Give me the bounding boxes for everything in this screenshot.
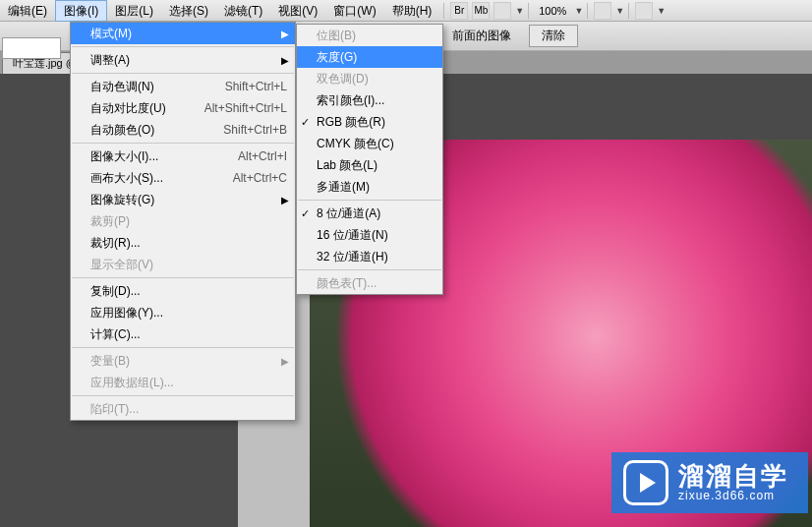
menu-item-label: 图像旋转(G) bbox=[90, 192, 287, 208]
menu-item[interactable]: 自动色调(N)Shift+Ctrl+L bbox=[71, 76, 295, 97]
menu-item[interactable]: Lab 颜色(L) bbox=[297, 154, 442, 176]
menu-item-label: 双色调(D) bbox=[317, 71, 435, 88]
bridge-icon[interactable]: Br bbox=[450, 2, 468, 20]
menu-item-label: Lab 颜色(L) bbox=[317, 157, 435, 174]
menu-item[interactable]: 调整(A)▶ bbox=[71, 49, 295, 71]
menu-shortcut: Alt+Ctrl+I bbox=[238, 149, 287, 163]
menu-item[interactable]: 多通道(M) bbox=[297, 176, 442, 198]
watermark-subtitle: zixue.3d66.com bbox=[678, 489, 788, 502]
menu-edit[interactable]: 编辑(E) bbox=[0, 0, 55, 22]
arrange-icon[interactable] bbox=[635, 2, 653, 20]
menu-item[interactable]: CMYK 颜色(C) bbox=[297, 133, 442, 154]
chevron-down-icon: ▼ bbox=[657, 6, 666, 16]
menu-item-label: 复制(D)... bbox=[90, 283, 287, 300]
menu-item[interactable]: 自动颜色(O)Shift+Ctrl+B bbox=[71, 119, 295, 141]
menu-item-label: 位图(B) bbox=[317, 28, 435, 44]
menu-item-label: 陷印(T)... bbox=[90, 401, 287, 418]
menu-item-label: 自动对比度(U) bbox=[90, 100, 181, 117]
menu-item-label: 图像大小(I)... bbox=[90, 148, 214, 165]
watermark-badge: 溜溜自学 zixue.3d66.com bbox=[611, 452, 808, 513]
source-image-label: 前面的图像 bbox=[452, 28, 511, 44]
submenu-arrow-icon: ▶ bbox=[281, 195, 289, 205]
main-menubar: 编辑(E) 图像(I) 图层(L) 选择(S) 滤镜(T) 视图(V) 窗口(W… bbox=[0, 0, 812, 22]
menu-item-label: 索引颜色(I)... bbox=[317, 92, 435, 109]
menu-item-label: 裁切(R)... bbox=[90, 235, 287, 252]
menu-item[interactable]: 计算(C)... bbox=[71, 323, 295, 345]
image-menu-dropdown: 模式(M)▶调整(A)▶自动色调(N)Shift+Ctrl+L自动对比度(U)A… bbox=[70, 22, 296, 421]
menu-item-label: 裁剪(P) bbox=[90, 213, 287, 230]
menu-item-label: 32 位/通道(H) bbox=[317, 249, 435, 265]
menubar-sep bbox=[628, 3, 629, 19]
menu-item[interactable]: 裁切(R)... bbox=[71, 232, 295, 254]
menu-separator bbox=[72, 347, 294, 348]
menu-item-label: 计算(C)... bbox=[90, 326, 287, 343]
watermark-title: 溜溜自学 bbox=[678, 463, 788, 489]
menu-item[interactable]: ✓8 位/通道(A) bbox=[297, 203, 442, 224]
menu-item[interactable]: 图像旋转(G)▶ bbox=[71, 189, 295, 210]
hand-icon[interactable] bbox=[594, 2, 611, 20]
menu-item[interactable]: 复制(D)... bbox=[71, 280, 295, 302]
screenmode-icon[interactable] bbox=[493, 2, 511, 20]
chevron-down-icon: ▼ bbox=[574, 6, 583, 16]
menu-item[interactable]: 16 位/通道(N) bbox=[297, 224, 442, 246]
menu-item-label: 应用图像(Y)... bbox=[90, 305, 287, 322]
menu-item-label: 灰度(G) bbox=[317, 49, 435, 66]
play-icon bbox=[623, 460, 668, 505]
menu-separator bbox=[72, 277, 294, 278]
menu-item[interactable]: 画布大小(S)...Alt+Ctrl+C bbox=[71, 167, 295, 189]
menu-item[interactable]: 32 位/通道(H) bbox=[297, 246, 442, 267]
menu-separator bbox=[72, 46, 294, 47]
menu-item-label: 16 位/通道(N) bbox=[317, 227, 435, 244]
menu-window[interactable]: 窗口(W) bbox=[325, 0, 383, 22]
submenu-arrow-icon: ▶ bbox=[281, 29, 289, 39]
menu-item[interactable]: 索引颜色(I)... bbox=[297, 89, 442, 111]
menu-item[interactable]: 灰度(G) bbox=[297, 46, 442, 68]
submenu-arrow-icon: ▶ bbox=[281, 55, 289, 66]
menu-item-label: 调整(A) bbox=[90, 52, 287, 69]
menu-separator bbox=[298, 269, 441, 270]
menu-item-label: 颜色表(T)... bbox=[317, 275, 435, 292]
menu-layer[interactable]: 图层(L) bbox=[107, 0, 161, 22]
menu-view[interactable]: 视图(V) bbox=[270, 0, 325, 22]
menu-shortcut: Alt+Ctrl+C bbox=[233, 171, 287, 185]
menu-item: 裁剪(P) bbox=[71, 210, 295, 232]
menu-shortcut: Shift+Ctrl+B bbox=[223, 123, 287, 137]
mode-submenu-dropdown: 位图(B)灰度(G)双色调(D)索引颜色(I)...✓RGB 颜色(R)CMYK… bbox=[296, 24, 443, 295]
zoom-level[interactable]: 100% bbox=[539, 5, 566, 17]
menu-item-label: CMYK 颜色(C) bbox=[317, 136, 435, 152]
menu-image[interactable]: 图像(I) bbox=[55, 0, 107, 22]
menu-item-label: 变量(B) bbox=[90, 353, 287, 370]
option-input[interactable] bbox=[2, 37, 61, 59]
menu-item-label: 应用数据组(L)... bbox=[90, 375, 287, 391]
menu-shortcut: Shift+Ctrl+L bbox=[225, 80, 287, 93]
menu-select[interactable]: 选择(S) bbox=[161, 0, 216, 22]
menu-item: 变量(B)▶ bbox=[71, 350, 295, 372]
menu-help[interactable]: 帮助(H) bbox=[384, 0, 440, 22]
menu-item[interactable]: 图像大小(I)...Alt+Ctrl+I bbox=[71, 146, 295, 167]
menu-item[interactable]: 模式(M)▶ bbox=[71, 23, 295, 44]
menu-item[interactable]: ✓RGB 颜色(R) bbox=[297, 111, 442, 133]
check-icon: ✓ bbox=[301, 116, 310, 129]
menubar-sep bbox=[528, 3, 529, 19]
menu-item: 位图(B) bbox=[297, 25, 442, 46]
menu-item-label: 自动色调(N) bbox=[90, 79, 202, 95]
menu-item[interactable]: 应用图像(Y)... bbox=[71, 302, 295, 323]
check-icon: ✓ bbox=[301, 207, 310, 220]
chevron-down-icon: ▼ bbox=[515, 6, 524, 16]
menu-item[interactable]: 自动对比度(U)Alt+Shift+Ctrl+L bbox=[71, 97, 295, 119]
menu-item-label: 模式(M) bbox=[90, 26, 287, 42]
menu-item-label: 8 位/通道(A) bbox=[317, 205, 435, 222]
menu-separator bbox=[72, 73, 294, 74]
menu-item-label: RGB 颜色(R) bbox=[317, 114, 435, 131]
menu-item: 显示全部(V) bbox=[71, 254, 295, 275]
clear-button[interactable]: 清除 bbox=[529, 25, 578, 47]
menu-filter[interactable]: 滤镜(T) bbox=[216, 0, 270, 22]
menu-separator bbox=[298, 200, 441, 201]
menu-item: 颜色表(T)... bbox=[297, 272, 442, 294]
menu-separator bbox=[72, 395, 294, 396]
menu-separator bbox=[72, 143, 294, 144]
minibridge-icon[interactable]: Mb bbox=[472, 2, 490, 20]
menubar-sep bbox=[443, 3, 444, 19]
menu-item-label: 显示全部(V) bbox=[90, 257, 287, 273]
menu-item: 陷印(T)... bbox=[71, 398, 295, 420]
